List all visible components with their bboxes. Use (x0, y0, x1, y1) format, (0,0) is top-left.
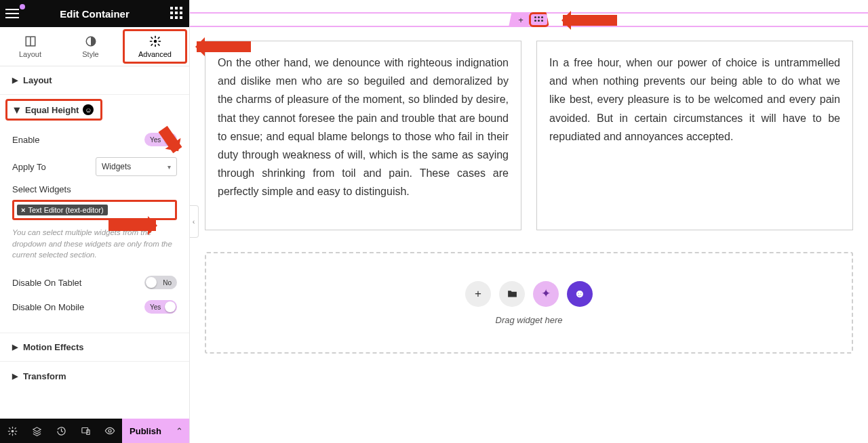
section-layout[interactable]: ▶ Layout (0, 66, 189, 95)
settings-button[interactable] (0, 419, 24, 443)
folder-icon (507, 288, 518, 299)
chevron-right-icon: ▶ (12, 372, 18, 381)
sidebar-header: Edit Container (0, 0, 189, 27)
editor-sidebar: Edit Container Layout Style Advanced ▶ L… (0, 0, 190, 443)
happy-addons-icon: ☺ (83, 104, 94, 115)
select-widgets-input[interactable]: × Text Editor (text-editor) (12, 200, 177, 220)
collapse-sidebar-button[interactable]: ‹ (190, 205, 199, 238)
sidebar-footer: Publish ⌃ (0, 419, 189, 443)
happy-face-icon: ☻ (574, 287, 586, 301)
apply-to-value: Widgets (102, 162, 131, 171)
svg-point-4 (11, 429, 14, 432)
section-transform-label: Transform (23, 371, 66, 381)
publish-button[interactable]: Publish (122, 419, 169, 443)
enable-toggle[interactable]: Yes (144, 133, 177, 146)
gear-icon (7, 426, 18, 436)
enable-toggle-text: Yes (150, 136, 161, 144)
text-widget-1[interactable]: On the other hand, we denounce with righ… (205, 41, 521, 230)
section-motion-label: Motion Effects (23, 342, 84, 352)
notification-dot-icon (20, 4, 25, 9)
chevron-right-icon: ▶ (12, 76, 18, 85)
chevron-down-icon: ▶ (13, 107, 22, 112)
publish-label: Publish (130, 426, 161, 436)
apply-to-label: Apply To (12, 162, 46, 172)
select-widgets-help: You can select multiple widgets from the… (12, 227, 177, 261)
section-equal-height[interactable]: ▶ Equal Height ☺ (5, 99, 102, 121)
section-motion-effects[interactable]: ▶ Motion Effects (0, 333, 189, 362)
svg-point-3 (153, 39, 157, 43)
drop-hint: Drag widget here (496, 315, 563, 325)
disable-mobile-label: Disable On Mobile (12, 302, 84, 312)
section-layout-label: Layout (23, 75, 52, 85)
eye-icon (104, 425, 115, 436)
apply-to-select[interactable]: Widgets ▾ (96, 157, 177, 176)
equal-height-panel: Enable Yes Apply To Widgets ▾ Select Wid… (0, 121, 189, 333)
gear-icon (149, 35, 161, 47)
text-widget-2-content: In a free hour, when our power of choice… (549, 57, 840, 142)
section-equal-height-label: Equal Height (25, 105, 79, 115)
container-columns: On the other hand, we denounce with righ… (190, 41, 868, 245)
tab-layout[interactable]: Layout (0, 27, 60, 66)
text-widget-1-content: On the other hand, we denounce with righ… (218, 57, 509, 197)
ai-button[interactable]: ✦ (533, 281, 559, 307)
tab-layout-label: Layout (19, 50, 41, 58)
container-drag-handle[interactable] (529, 12, 549, 27)
navigator-button[interactable] (24, 419, 49, 443)
chevron-up-icon: ⌃ (176, 426, 183, 436)
apps-grid-button[interactable] (170, 7, 184, 20)
drop-zone-actions: + ✦ ☻ (465, 281, 593, 307)
disable-tablet-toggle[interactable]: No (144, 276, 177, 289)
widget-chip[interactable]: × Text Editor (text-editor) (17, 205, 108, 215)
drag-handle-icon (534, 16, 544, 23)
disable-tablet-label: Disable On Tablet (12, 278, 81, 288)
container-add-button[interactable]: + (509, 12, 529, 27)
container-handle-bar: + (190, 12, 868, 27)
disable-mobile-toggle[interactable]: Yes (144, 300, 177, 314)
plus-icon: + (475, 287, 481, 301)
enable-label: Enable (12, 135, 39, 145)
plus-icon: + (518, 15, 524, 25)
tab-advanced[interactable]: Advanced (123, 29, 187, 64)
devices-icon (81, 426, 91, 436)
disable-mobile-text: Yes (150, 303, 161, 311)
style-icon (85, 35, 97, 47)
section-transform[interactable]: ▶ Transform (0, 362, 189, 390)
text-widget-2[interactable]: In a free hour, when our power of choice… (536, 41, 853, 230)
publish-options-button[interactable]: ⌃ (169, 419, 189, 443)
editor-tabs: Layout Style Advanced (0, 27, 189, 66)
chevron-down-icon: ▾ (167, 163, 171, 171)
tab-style[interactable]: Style (60, 27, 121, 66)
sparkle-icon: ✦ (541, 287, 551, 301)
history-icon (56, 426, 66, 436)
chevron-right-icon: ▶ (12, 343, 18, 352)
layers-icon (32, 426, 42, 436)
history-button[interactable] (49, 419, 73, 443)
add-widget-button[interactable]: + (465, 281, 491, 307)
chevron-left-icon: ‹ (193, 217, 195, 226)
chip-label: Text Editor (text-editor) (28, 206, 103, 214)
menu-button[interactable] (5, 9, 19, 18)
sidebar-scroll: ▶ Layout ▶ Equal Height ☺ Enable Yes App… (0, 66, 189, 419)
disable-tablet-text: No (163, 279, 172, 287)
editor-canvas: ‹ + On the other hand, we denounce with … (190, 0, 868, 443)
layout-icon (24, 35, 37, 47)
chip-remove-icon[interactable]: × (21, 206, 25, 214)
happy-addons-button[interactable]: ☻ (567, 281, 593, 307)
svg-point-7 (108, 429, 111, 432)
tab-advanced-label: Advanced (138, 50, 172, 58)
add-template-button[interactable] (499, 281, 525, 307)
select-widgets-label: Select Widgets (12, 184, 177, 194)
responsive-button[interactable] (73, 419, 98, 443)
preview-button[interactable] (98, 419, 122, 443)
panel-title: Edit Container (60, 8, 130, 20)
tab-style-label: Style (82, 50, 98, 58)
drop-zone[interactable]: + ✦ ☻ Drag widget here (205, 252, 853, 354)
